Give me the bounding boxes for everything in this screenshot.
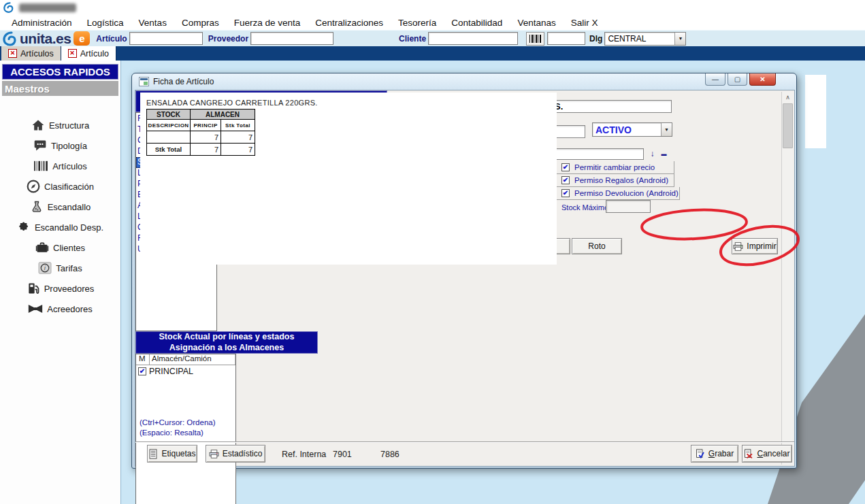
sidebar-item-articulos[interactable]: Artículos [0, 156, 120, 176]
menu-tesoreria[interactable]: Tesorería [391, 16, 444, 29]
scrollbar-thumb[interactable] [783, 103, 793, 148]
almacen-list-header: M Almacén/Camión [136, 354, 235, 365]
ref-interna-value-2: 7886 [380, 450, 399, 459]
checkbox-checked-icon[interactable] [561, 163, 570, 171]
clasificacion-drop-icon[interactable] [647, 149, 657, 158]
dialog-client-area: Ficha de ARTÍCULO Código 0007868 ↷ Descr… [135, 90, 795, 467]
preview-page: ENSALADA CANGREJO CARRETILLA 220GRS. STO… [140, 93, 557, 265]
checkbox-label: Permiso Devolucion (Android) [574, 189, 679, 197]
clasificacion-clear-icon[interactable] [659, 149, 669, 158]
compass-icon [27, 180, 40, 193]
sidebar-item-label: Escandallo [48, 202, 91, 212]
bowtie-icon [28, 303, 43, 314]
close-tab-icon[interactable] [8, 49, 17, 58]
almacen-name: PRINCIPAL [149, 367, 193, 376]
checkbox-checked-icon[interactable] [138, 367, 146, 375]
scroll-up-icon[interactable]: ∧ [782, 92, 794, 103]
almacen-col-m[interactable]: M [136, 354, 150, 365]
almacen-row-principal[interactable]: PRINCIPAL [136, 365, 235, 377]
stock-table-col-header: PRINCIP [191, 120, 221, 131]
tab-articulos-label: Artículos [20, 49, 54, 58]
sidebar-item-tipologia[interactable]: Tipología [0, 135, 120, 156]
menu-ventanas[interactable]: Ventanas [510, 16, 563, 29]
sidebar-item-clasificacion[interactable]: Clasificación [0, 176, 120, 197]
preview-scrollbar[interactable]: ∧ ∨ [781, 92, 793, 465]
barcode-input[interactable] [547, 32, 585, 45]
chevron-down-icon[interactable] [661, 123, 672, 136]
fuel-pump-icon [27, 282, 40, 295]
close-tab-icon[interactable] [68, 49, 77, 58]
menu-salir[interactable]: Salir X [564, 16, 606, 29]
os-titlebar [0, 0, 865, 15]
delegation-select[interactable]: CENTRAL [604, 32, 686, 46]
menu-ventas[interactable]: Ventas [131, 16, 174, 29]
cancel-x-icon [744, 449, 753, 459]
menu-compras[interactable]: Compras [174, 16, 227, 29]
grabar-label: rabar [715, 449, 734, 458]
menu-fuerza-de-venta[interactable]: Fuerza de venta [227, 16, 308, 29]
permiso-devolucion-checkbox[interactable]: Permiso Devolucion (Android) [556, 187, 680, 200]
sidebar-item-label: Acreedores [47, 304, 92, 314]
articulo-search-input[interactable] [129, 32, 203, 45]
sidebar-item-estructura[interactable]: Estructura [0, 115, 120, 135]
permitir-cambiar-precio-checkbox[interactable]: Permitir cambiar precio [556, 161, 674, 174]
home-icon [31, 118, 45, 132]
sidebar-item-proveedores[interactable]: Proveedores [0, 278, 120, 299]
menubar: Administración Logística Ventas Compras … [0, 15, 865, 30]
cliente-search-input[interactable] [428, 32, 518, 45]
stock-maximo-field[interactable] [606, 200, 651, 213]
sidebar-item-escandallo[interactable]: Escandallo [0, 197, 120, 217]
puzzle-icon [17, 220, 31, 234]
chevron-down-icon[interactable] [674, 33, 685, 45]
stock-maximo-label: Stock Máximo [561, 203, 608, 212]
sidebar-title: ACCESOS RAPIDOS [2, 64, 118, 80]
estadistico-button[interactable]: Estadístico [206, 445, 265, 463]
close-button[interactable]: ✕ [749, 73, 776, 86]
etiquetas-button[interactable]: Etiquetas [147, 445, 197, 463]
window-icon [139, 77, 149, 86]
stock-table-corner: STOCK [147, 110, 191, 120]
dialog-titlebar[interactable]: Ficha de Artículo — ▢ ✕ [135, 73, 794, 90]
etiquetas-label: Etiquetas [161, 449, 195, 458]
menu-contabilidad[interactable]: Contabilidad [444, 16, 510, 29]
estado-roto-button[interactable]: Roto [572, 238, 622, 254]
brand-logo-text: unita.es [20, 31, 71, 47]
stock-value: 7 [191, 144, 221, 156]
tab-articulos[interactable]: Artículos [1, 46, 61, 61]
sidebar: ACCESOS RAPIDOS Maestros Estructura Tipo… [0, 61, 121, 504]
stock-row-label: Stk Total [147, 144, 191, 156]
menu-administracion[interactable]: Administración [4, 16, 80, 29]
toolbar-proveedor-label: Proveedor [208, 34, 248, 44]
checkbox-checked-icon[interactable] [561, 189, 570, 197]
imprimir-button[interactable]: Imprimir [732, 238, 778, 254]
permiso-regalos-checkbox[interactable]: Permiso Regalos (Android) [556, 174, 674, 187]
sidebar-item-label: Proveedores [44, 284, 95, 294]
grabar-button[interactable]: Grabar [691, 445, 738, 463]
almacen-col-name[interactable]: Almacén/Camión [150, 354, 235, 365]
barcode-scan-button[interactable] [526, 32, 544, 46]
cancelar-button[interactable]: Cancelar [742, 445, 792, 463]
sidebar-item-clientes[interactable]: Clientes [0, 237, 120, 258]
flask-icon [30, 200, 44, 214]
maximize-button[interactable]: ▢ [728, 73, 747, 86]
cancelar-underline: C [757, 449, 763, 458]
sidebar-item-tarifas[interactable]: i Tarifas [0, 258, 120, 278]
ref-interna-label: Ref. Interna [282, 450, 326, 459]
checkbox-label: Permiso Regalos (Android) [574, 176, 668, 184]
imprimir-label: Imprimir [747, 241, 776, 251]
menu-logistica[interactable]: Logística [80, 16, 131, 29]
cancelar-label: ancelar [763, 449, 789, 458]
svg-text:i: i [44, 265, 46, 271]
table-row: 7 7 [147, 131, 255, 144]
tab-articulo[interactable]: Artículo [61, 46, 116, 61]
sidebar-item-escandallo-desp[interactable]: Escandallo Desp. [0, 217, 120, 237]
minimize-button[interactable]: — [705, 73, 725, 86]
stock-value: 7 [191, 131, 221, 144]
sidebar-group-maestros[interactable]: Maestros [2, 81, 118, 96]
checkbox-checked-icon[interactable] [561, 176, 570, 184]
menu-centralizaciones[interactable]: Centralizaciones [308, 16, 391, 29]
proveedor-search-input[interactable] [250, 32, 333, 45]
estado-articulo-select[interactable]: ACTIVO [592, 122, 672, 137]
save-check-icon [696, 449, 705, 459]
sidebar-item-acreedores[interactable]: Acreedores [0, 299, 120, 319]
